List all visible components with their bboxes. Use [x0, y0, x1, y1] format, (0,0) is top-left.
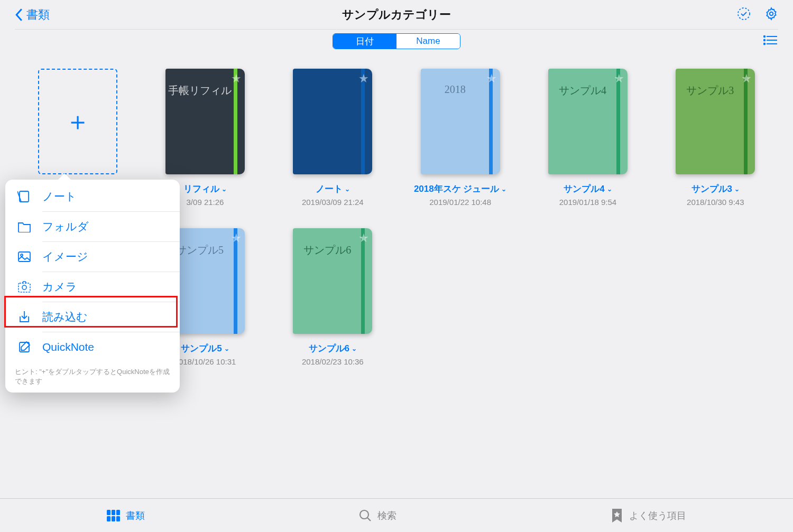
quicknote-icon	[17, 340, 32, 354]
menu-item-note[interactable]: ノート	[5, 182, 180, 211]
notebook-cover[interactable]: サンプル4 ★	[548, 69, 628, 174]
star-icon: ★	[614, 72, 624, 86]
svg-rect-17	[116, 510, 120, 515]
chevron-down-icon: ⌄	[607, 185, 612, 193]
svg-rect-19	[112, 516, 115, 521]
menu-item-import[interactable]: 読み込む	[5, 302, 180, 332]
sort-by-name[interactable]: Name	[396, 34, 460, 49]
svg-rect-18	[107, 516, 110, 521]
star-icon: ★	[231, 72, 242, 86]
back-button[interactable]: 書類	[15, 7, 50, 23]
svg-rect-10	[19, 252, 30, 262]
notebook-cover-label: 2018	[421, 83, 490, 96]
menu-item-label: イメージ	[42, 249, 88, 264]
menu-item-quicknote[interactable]: QuickNote	[5, 332, 180, 362]
notebook-cover-label: 手帳リフィル	[165, 83, 234, 98]
svg-point-13	[22, 285, 26, 290]
svg-rect-20	[116, 516, 120, 521]
notebook-date: 2019/01/18 9:54	[559, 198, 616, 207]
notebook-name[interactable]: サンプル5 ⌄	[181, 343, 229, 354]
notebook-name[interactable]: サンプル3 ⌄	[691, 184, 740, 194]
notebook-cover[interactable]: ★	[293, 69, 372, 174]
svg-line-22	[367, 518, 371, 521]
camera-icon	[17, 279, 32, 294]
sort-by-date[interactable]: 日付	[333, 34, 396, 49]
notebook-name[interactable]: ノート ⌄	[316, 184, 350, 194]
star-bookmark-icon	[610, 509, 624, 522]
svg-point-0	[738, 8, 750, 20]
sort-segmented-control[interactable]: 日付 Name	[333, 33, 460, 49]
notebook-cover[interactable]: サンプル3 ★	[676, 69, 755, 174]
search-icon	[358, 509, 372, 522]
star-icon: ★	[358, 231, 369, 245]
svg-rect-16	[112, 510, 115, 515]
chevron-left-icon	[15, 8, 23, 21]
tab-documents[interactable]: 書類	[107, 509, 145, 522]
tab-documents-label: 書類	[126, 509, 145, 522]
sort-bar: 日付 Name	[0, 30, 793, 53]
page-title: サンプルカテゴリー	[342, 7, 451, 23]
notebook-date: 2018/02/23 10:36	[302, 357, 364, 366]
notebook-name[interactable]: 2018年スケ ジュール ⌄	[414, 184, 507, 194]
svg-point-7	[764, 43, 765, 44]
menu-item-label: カメラ	[42, 279, 77, 294]
documents-icon	[107, 509, 121, 522]
notebook-name[interactable]: サンプル4 ⌄	[564, 184, 612, 194]
select-icon[interactable]	[737, 7, 751, 23]
menu-item-label: フォルダ	[42, 219, 89, 234]
chevron-down-icon: ⌄	[352, 345, 357, 352]
notebook-name[interactable]: サンプル6 ⌄	[309, 343, 357, 354]
notebook-date: 2018/10/30 9:43	[687, 198, 744, 207]
star-icon: ★	[741, 72, 752, 86]
notebook-cover-label: サンプル6	[293, 243, 362, 257]
back-label: 書類	[26, 7, 50, 23]
gear-icon[interactable]	[764, 7, 778, 23]
notebook-cover[interactable]: 2018 ★	[421, 69, 500, 174]
notebook-date: 3/09 21:26	[183, 198, 227, 207]
svg-rect-15	[107, 510, 110, 515]
star-icon: ★	[358, 72, 369, 86]
add-notebook-button[interactable]: ＋	[38, 69, 117, 174]
star-icon: ★	[486, 72, 497, 86]
star-icon: ★	[231, 231, 242, 245]
tab-search[interactable]: 検索	[358, 509, 396, 522]
menu-item-label: QuickNote	[42, 341, 94, 353]
menu-item-label: ノート	[42, 189, 77, 204]
tab-favorites[interactable]: よく使う項目	[610, 509, 686, 522]
import-icon	[17, 310, 32, 324]
notebook-cover[interactable]: サンプル6 ★	[293, 228, 372, 334]
notebook-cover-label: サンプル3	[676, 83, 744, 98]
notebook-date: 2019/03/09 21:24	[302, 198, 364, 207]
image-icon	[17, 249, 32, 264]
chevron-down-icon: ⌄	[734, 185, 740, 193]
list-view-icon[interactable]	[763, 35, 777, 48]
notebook-date: 2019/01/22 10:48	[414, 198, 507, 207]
svg-point-5	[764, 36, 765, 37]
menu-item-folder[interactable]: フォルダ	[5, 212, 180, 241]
chevron-down-icon: ⌄	[224, 345, 229, 352]
popover-hint: ヒント: "+"をダブルタップするとQuickNoteを作成できます	[5, 362, 180, 386]
folder-icon	[17, 219, 32, 234]
notebook-cover[interactable]: 手帳リフィル ★	[165, 69, 245, 174]
tab-search-label: 検索	[377, 509, 396, 522]
svg-rect-12	[19, 283, 30, 292]
chevron-down-icon: ⌄	[501, 185, 506, 193]
chevron-down-icon: ⌄	[222, 185, 227, 193]
menu-item-label: 読み込む	[42, 310, 88, 324]
svg-point-1	[770, 12, 773, 15]
notebook-date: 2018/10/26 10:31	[174, 357, 236, 366]
notebook-cover-label: サンプル4	[548, 83, 617, 98]
svg-point-6	[764, 40, 765, 41]
svg-point-11	[21, 254, 23, 256]
notebook-name[interactable]: リフィル ⌄	[183, 184, 227, 194]
add-popover: ノートフォルダイメージカメラ読み込むQuickNote ヒント: "+"をダブル…	[5, 180, 180, 393]
svg-point-21	[360, 510, 368, 519]
menu-item-camera[interactable]: カメラ	[5, 272, 180, 302]
tab-favorites-label: よく使う項目	[629, 509, 686, 522]
tab-bar: 書類 検索 よく使う項目	[0, 498, 793, 532]
chevron-down-icon: ⌄	[345, 185, 350, 193]
note-icon	[17, 189, 32, 204]
menu-item-image[interactable]: イメージ	[5, 242, 180, 272]
header-bar: 書類 サンプルカテゴリー	[0, 0, 793, 29]
